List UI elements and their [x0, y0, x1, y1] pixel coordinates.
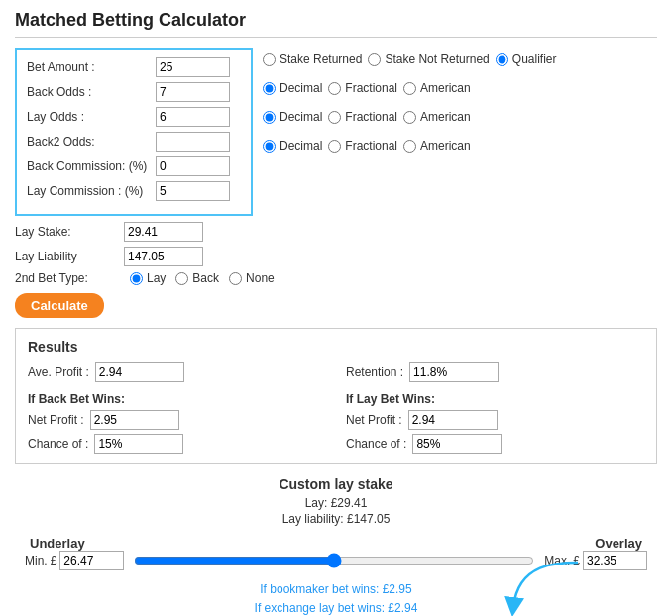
slider-section: Underlay Overlay Min. £ Max. £ — [15, 536, 657, 616]
bet-type-row: 2nd Bet Type: LayBackNone — [15, 271, 657, 285]
underlay-overlay-row: Underlay Overlay — [25, 536, 647, 551]
field-row-lay-odds: Lay Odds : — [27, 107, 241, 127]
radio-label-0-1: Stake Not Returned — [385, 52, 489, 66]
lay-chance-input[interactable] — [412, 434, 502, 454]
callout-text: If bookmaker bet wins: £2.95 If exchange… — [255, 580, 418, 616]
page-title: Matched Betting Calculator — [15, 10, 657, 31]
radio-group-3-1: Fractional — [328, 139, 397, 153]
radio-input-0-1[interactable] — [368, 53, 381, 66]
overlay-label: Overlay — [595, 536, 642, 551]
radio-label-1-0: Decimal — [280, 81, 322, 95]
lay-stake-input[interactable] — [124, 222, 203, 242]
lay-liability-input[interactable] — [124, 247, 203, 266]
radio-group-0-0: Stake Returned — [263, 52, 362, 66]
radio-input-1-2[interactable] — [403, 82, 416, 95]
lay-stake-row: Lay Stake: — [15, 222, 657, 242]
radio-input-0-0[interactable] — [263, 53, 276, 66]
bet-type-group-1: Back — [175, 271, 219, 285]
field-row-back-commission: Back Commission: (%) — [27, 156, 241, 176]
radio-label-3-2: American — [420, 139, 471, 153]
field-input-lay-odds[interactable] — [156, 107, 230, 127]
radio-label-1-1: Fractional — [345, 81, 397, 95]
radio-group-2-1: Fractional — [328, 110, 397, 124]
radio-label-0-0: Stake Returned — [280, 52, 362, 66]
arrow-callout-container: If bookmaker bet wins: £2.95 If exchange… — [25, 572, 647, 616]
lay-chance-label: Chance of : — [346, 437, 406, 451]
radio-input-1-0[interactable] — [263, 82, 276, 95]
title-divider — [15, 37, 657, 38]
bet-type-group-0: Lay — [130, 271, 166, 285]
radio-input-2-2[interactable] — [403, 111, 416, 124]
results-title: Results — [28, 339, 644, 355]
results-subtitles: If Back Bet Wins: If Lay Bet Wins: — [28, 388, 644, 410]
radio-group-0-1: Stake Not Returned — [368, 52, 489, 66]
back-chance-input[interactable] — [94, 434, 183, 454]
field-row-bet-amount: Bet Amount : — [27, 57, 241, 77]
bet-type-radio-0[interactable] — [130, 272, 143, 285]
min-group: Min. £ — [25, 551, 124, 570]
ave-profit-input[interactable] — [95, 362, 184, 382]
bet-type-label-1: Back — [192, 271, 219, 285]
radio-label-3-1: Fractional — [345, 139, 397, 153]
lay-net-profit-row: Net Profit : — [346, 410, 644, 430]
bottom-fields: Lay Stake: Lay Liability 2nd Bet Type: L… — [15, 222, 657, 285]
slider-wrapper — [134, 553, 534, 568]
radio-group-1-2: American — [403, 81, 471, 95]
back-net-profit-input[interactable] — [90, 410, 179, 430]
callout-line2: If exchange lay bet wins: £2.94 — [255, 601, 418, 615]
lay-net-profit-label: Net Profit : — [346, 413, 402, 427]
retention-label: Retention : — [346, 365, 403, 379]
radio-input-1-1[interactable] — [328, 82, 341, 95]
bet-type-radio-1[interactable] — [175, 272, 188, 285]
radio-input-2-1[interactable] — [328, 111, 341, 124]
lay-net-profit-input[interactable] — [408, 410, 498, 430]
radio-label-0-2: Qualifier — [512, 52, 557, 66]
radio-input-3-2[interactable] — [403, 140, 416, 153]
custom-lay-label: Lay: £29.41 — [15, 496, 657, 510]
back-chance-row: Chance of : — [28, 434, 326, 454]
radio-group-1-1: Fractional — [328, 81, 397, 95]
custom-title: Custom lay stake — [15, 476, 657, 492]
field-input-back-odds[interactable] — [156, 82, 230, 102]
field-input-bet-amount[interactable] — [156, 57, 230, 77]
range-slider[interactable] — [134, 553, 534, 568]
min-input[interactable] — [59, 551, 124, 570]
left-panel: Bet Amount :Back Odds :Lay Odds :Back2 O… — [15, 48, 253, 216]
field-row-back2-odds: Back2 Odds: — [27, 132, 241, 152]
radio-row-0: Stake ReturnedStake Not ReturnedQualifie… — [263, 48, 647, 71]
field-input-back2-odds[interactable] — [156, 132, 230, 152]
lay-wins-title: If Lay Bet Wins: — [346, 392, 644, 406]
max-input[interactable] — [583, 551, 647, 570]
radio-group-3-0: Decimal — [263, 139, 322, 153]
retention-input[interactable] — [409, 362, 499, 382]
field-row-lay-commission: Lay Commission : (%) — [27, 181, 241, 201]
radio-input-3-1[interactable] — [328, 140, 341, 153]
bet-type-label-0: Lay — [147, 271, 166, 285]
right-panel: Stake ReturnedStake Not ReturnedQualifie… — [253, 48, 657, 216]
results-chance: Chance of : Chance of : — [28, 434, 644, 454]
custom-liability-label: Lay liability: £147.05 — [15, 512, 657, 526]
field-row-back-odds: Back Odds : — [27, 82, 241, 102]
radio-input-2-0[interactable] — [263, 111, 276, 124]
arrow-svg — [499, 558, 588, 616]
radio-label-1-2: American — [420, 81, 471, 95]
radio-group-2-0: Decimal — [263, 110, 322, 124]
radio-label-2-0: Decimal — [280, 110, 322, 124]
radio-group-1-0: Decimal — [263, 81, 322, 95]
radio-label-2-2: American — [420, 110, 471, 124]
field-input-back-commission[interactable] — [156, 156, 230, 176]
radio-row-1: DecimalFractionalAmerican — [263, 76, 647, 100]
field-input-lay-commission[interactable] — [156, 181, 230, 201]
field-label-bet-amount: Bet Amount : — [27, 60, 156, 74]
radio-input-3-0[interactable] — [263, 140, 276, 153]
bet-type-label-2: None — [246, 271, 275, 285]
radio-label-3-0: Decimal — [280, 139, 322, 153]
radio-input-0-2[interactable] — [496, 53, 508, 66]
back-net-profit-row: Net Profit : — [28, 410, 326, 430]
field-label-back-odds: Back Odds : — [27, 85, 156, 99]
calculate-button[interactable]: Calculate — [15, 293, 104, 318]
bet-type-radio-2[interactable] — [229, 272, 242, 285]
ave-profit-row: Ave. Profit : — [28, 362, 326, 382]
lay-liability-row: Lay Liability — [15, 247, 657, 266]
custom-section: Custom lay stake Lay: £29.41 Lay liabili… — [15, 476, 657, 526]
